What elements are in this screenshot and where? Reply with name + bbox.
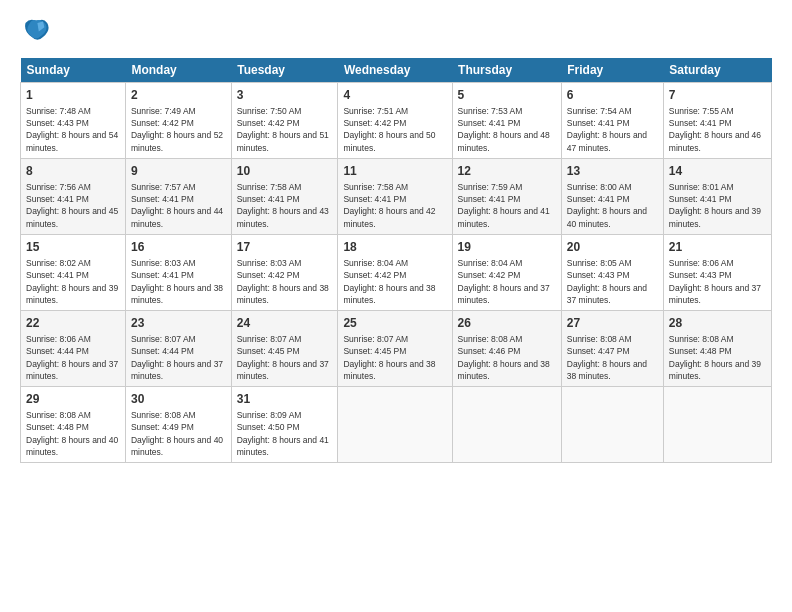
calendar-cell: 1Sunrise: 7:48 AMSunset: 4:43 PMDaylight…	[21, 83, 126, 159]
cell-info: Sunrise: 8:00 AMSunset: 4:41 PMDaylight:…	[567, 181, 658, 230]
cell-info: Sunrise: 7:48 AMSunset: 4:43 PMDaylight:…	[26, 105, 120, 154]
cell-info: Sunrise: 8:06 AMSunset: 4:43 PMDaylight:…	[669, 257, 766, 306]
header-day-sunday: Sunday	[21, 58, 126, 83]
week-row-4: 22Sunrise: 8:06 AMSunset: 4:44 PMDayligh…	[21, 311, 772, 387]
week-row-5: 29Sunrise: 8:08 AMSunset: 4:48 PMDayligh…	[21, 387, 772, 463]
day-number: 12	[458, 163, 556, 180]
calendar-cell: 12Sunrise: 7:59 AMSunset: 4:41 PMDayligh…	[452, 159, 561, 235]
calendar-cell: 4Sunrise: 7:51 AMSunset: 4:42 PMDaylight…	[338, 83, 452, 159]
day-number: 14	[669, 163, 766, 180]
day-number: 2	[131, 87, 226, 104]
day-number: 11	[343, 163, 446, 180]
day-number: 13	[567, 163, 658, 180]
day-number: 29	[26, 391, 120, 408]
cell-info: Sunrise: 8:08 AMSunset: 4:47 PMDaylight:…	[567, 333, 658, 382]
cell-info: Sunrise: 7:55 AMSunset: 4:41 PMDaylight:…	[669, 105, 766, 154]
day-number: 26	[458, 315, 556, 332]
day-number: 10	[237, 163, 333, 180]
calendar-cell: 3Sunrise: 7:50 AMSunset: 4:42 PMDaylight…	[231, 83, 338, 159]
calendar-cell: 13Sunrise: 8:00 AMSunset: 4:41 PMDayligh…	[561, 159, 663, 235]
cell-info: Sunrise: 8:08 AMSunset: 4:48 PMDaylight:…	[669, 333, 766, 382]
calendar-cell: 18Sunrise: 8:04 AMSunset: 4:42 PMDayligh…	[338, 235, 452, 311]
header-day-saturday: Saturday	[663, 58, 771, 83]
day-number: 27	[567, 315, 658, 332]
header	[20, 16, 772, 48]
calendar-cell: 25Sunrise: 8:07 AMSunset: 4:45 PMDayligh…	[338, 311, 452, 387]
cell-info: Sunrise: 7:54 AMSunset: 4:41 PMDaylight:…	[567, 105, 658, 154]
calendar-cell	[663, 387, 771, 463]
week-row-3: 15Sunrise: 8:02 AMSunset: 4:41 PMDayligh…	[21, 235, 772, 311]
calendar-cell: 22Sunrise: 8:06 AMSunset: 4:44 PMDayligh…	[21, 311, 126, 387]
calendar-cell: 20Sunrise: 8:05 AMSunset: 4:43 PMDayligh…	[561, 235, 663, 311]
week-row-2: 8Sunrise: 7:56 AMSunset: 4:41 PMDaylight…	[21, 159, 772, 235]
cell-info: Sunrise: 8:02 AMSunset: 4:41 PMDaylight:…	[26, 257, 120, 306]
calendar-cell: 11Sunrise: 7:58 AMSunset: 4:41 PMDayligh…	[338, 159, 452, 235]
header-day-tuesday: Tuesday	[231, 58, 338, 83]
cell-info: Sunrise: 8:03 AMSunset: 4:42 PMDaylight:…	[237, 257, 333, 306]
cell-info: Sunrise: 8:04 AMSunset: 4:42 PMDaylight:…	[458, 257, 556, 306]
calendar-cell: 21Sunrise: 8:06 AMSunset: 4:43 PMDayligh…	[663, 235, 771, 311]
cell-info: Sunrise: 8:08 AMSunset: 4:46 PMDaylight:…	[458, 333, 556, 382]
day-number: 1	[26, 87, 120, 104]
calendar-cell: 29Sunrise: 8:08 AMSunset: 4:48 PMDayligh…	[21, 387, 126, 463]
header-row: SundayMondayTuesdayWednesdayThursdayFrid…	[21, 58, 772, 83]
calendar-cell: 26Sunrise: 8:08 AMSunset: 4:46 PMDayligh…	[452, 311, 561, 387]
cell-info: Sunrise: 8:07 AMSunset: 4:45 PMDaylight:…	[343, 333, 446, 382]
calendar-cell	[338, 387, 452, 463]
cell-info: Sunrise: 8:04 AMSunset: 4:42 PMDaylight:…	[343, 257, 446, 306]
calendar-cell: 30Sunrise: 8:08 AMSunset: 4:49 PMDayligh…	[125, 387, 231, 463]
day-number: 6	[567, 87, 658, 104]
day-number: 23	[131, 315, 226, 332]
day-number: 4	[343, 87, 446, 104]
calendar-cell: 14Sunrise: 8:01 AMSunset: 4:41 PMDayligh…	[663, 159, 771, 235]
calendar-cell: 23Sunrise: 8:07 AMSunset: 4:44 PMDayligh…	[125, 311, 231, 387]
cell-info: Sunrise: 7:58 AMSunset: 4:41 PMDaylight:…	[237, 181, 333, 230]
cell-info: Sunrise: 8:08 AMSunset: 4:49 PMDaylight:…	[131, 409, 226, 458]
calendar-cell: 16Sunrise: 8:03 AMSunset: 4:41 PMDayligh…	[125, 235, 231, 311]
calendar-cell: 7Sunrise: 7:55 AMSunset: 4:41 PMDaylight…	[663, 83, 771, 159]
cell-info: Sunrise: 8:07 AMSunset: 4:44 PMDaylight:…	[131, 333, 226, 382]
calendar-cell: 28Sunrise: 8:08 AMSunset: 4:48 PMDayligh…	[663, 311, 771, 387]
calendar-cell: 6Sunrise: 7:54 AMSunset: 4:41 PMDaylight…	[561, 83, 663, 159]
calendar-cell: 5Sunrise: 7:53 AMSunset: 4:41 PMDaylight…	[452, 83, 561, 159]
day-number: 21	[669, 239, 766, 256]
day-number: 30	[131, 391, 226, 408]
day-number: 3	[237, 87, 333, 104]
header-day-wednesday: Wednesday	[338, 58, 452, 83]
calendar-cell: 2Sunrise: 7:49 AMSunset: 4:42 PMDaylight…	[125, 83, 231, 159]
week-row-1: 1Sunrise: 7:48 AMSunset: 4:43 PMDaylight…	[21, 83, 772, 159]
calendar-cell: 10Sunrise: 7:58 AMSunset: 4:41 PMDayligh…	[231, 159, 338, 235]
day-number: 28	[669, 315, 766, 332]
day-number: 20	[567, 239, 658, 256]
calendar-cell	[452, 387, 561, 463]
day-number: 25	[343, 315, 446, 332]
cell-info: Sunrise: 8:09 AMSunset: 4:50 PMDaylight:…	[237, 409, 333, 458]
day-number: 8	[26, 163, 120, 180]
cell-info: Sunrise: 8:08 AMSunset: 4:48 PMDaylight:…	[26, 409, 120, 458]
cell-info: Sunrise: 7:49 AMSunset: 4:42 PMDaylight:…	[131, 105, 226, 154]
page: SundayMondayTuesdayWednesdayThursdayFrid…	[0, 0, 792, 612]
cell-info: Sunrise: 8:01 AMSunset: 4:41 PMDaylight:…	[669, 181, 766, 230]
calendar-cell: 24Sunrise: 8:07 AMSunset: 4:45 PMDayligh…	[231, 311, 338, 387]
calendar-table: SundayMondayTuesdayWednesdayThursdayFrid…	[20, 58, 772, 463]
calendar-cell: 19Sunrise: 8:04 AMSunset: 4:42 PMDayligh…	[452, 235, 561, 311]
calendar-cell: 31Sunrise: 8:09 AMSunset: 4:50 PMDayligh…	[231, 387, 338, 463]
day-number: 7	[669, 87, 766, 104]
header-day-thursday: Thursday	[452, 58, 561, 83]
day-number: 22	[26, 315, 120, 332]
day-number: 17	[237, 239, 333, 256]
cell-info: Sunrise: 8:06 AMSunset: 4:44 PMDaylight:…	[26, 333, 120, 382]
cell-info: Sunrise: 7:58 AMSunset: 4:41 PMDaylight:…	[343, 181, 446, 230]
day-number: 24	[237, 315, 333, 332]
cell-info: Sunrise: 7:51 AMSunset: 4:42 PMDaylight:…	[343, 105, 446, 154]
calendar-cell	[561, 387, 663, 463]
day-number: 18	[343, 239, 446, 256]
cell-info: Sunrise: 7:50 AMSunset: 4:42 PMDaylight:…	[237, 105, 333, 154]
logo-icon	[22, 16, 50, 44]
calendar-cell: 8Sunrise: 7:56 AMSunset: 4:41 PMDaylight…	[21, 159, 126, 235]
cell-info: Sunrise: 7:57 AMSunset: 4:41 PMDaylight:…	[131, 181, 226, 230]
cell-info: Sunrise: 8:03 AMSunset: 4:41 PMDaylight:…	[131, 257, 226, 306]
cell-info: Sunrise: 7:53 AMSunset: 4:41 PMDaylight:…	[458, 105, 556, 154]
logo	[20, 16, 50, 48]
calendar-cell: 27Sunrise: 8:08 AMSunset: 4:47 PMDayligh…	[561, 311, 663, 387]
